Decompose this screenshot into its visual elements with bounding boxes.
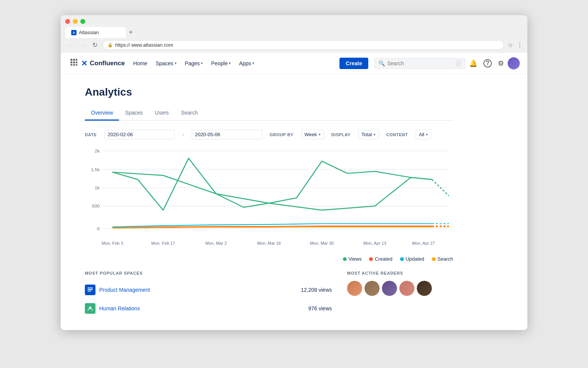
forward-button[interactable]: → xyxy=(78,41,87,49)
date-from-input[interactable] xyxy=(104,130,175,139)
analytics-tabs: Overview Spaces Users Search xyxy=(85,106,453,121)
readers-avatars xyxy=(347,281,453,296)
back-button[interactable]: ← xyxy=(65,41,74,49)
browser-window: A Atlassian + ← → ↻ 🔒 https:// www.atlas… xyxy=(61,15,527,330)
legend-updated: Updated xyxy=(400,256,424,262)
svg-rect-8 xyxy=(76,64,77,66)
browser-menu-button[interactable]: ⋮ xyxy=(517,41,523,49)
search-shortcut: / xyxy=(456,60,461,66)
nav-home-label: Home xyxy=(133,60,147,66)
tab-overview[interactable]: Overview xyxy=(85,106,119,121)
nav-people[interactable]: People ▾ xyxy=(207,58,235,69)
gear-icon: ⚙ xyxy=(498,60,504,67)
nav-items: Home Spaces ▾ Pages ▾ People ▾ Apps ▾ xyxy=(130,58,338,69)
bottom-row: MOST POPULAR SPACES Product Management 1… xyxy=(85,271,453,318)
space-row-hr: Human Relations 976 views xyxy=(85,299,332,318)
display-label: DISPLAY xyxy=(332,132,351,137)
created-dot xyxy=(369,257,373,261)
updated-label: Updated xyxy=(406,256,424,262)
bell-icon: 🔔 xyxy=(469,60,477,67)
space-name-pm[interactable]: Product Management xyxy=(99,287,297,293)
display-dropdown[interactable]: Total ▾ xyxy=(358,130,378,139)
refresh-button[interactable]: ↻ xyxy=(91,41,99,49)
svg-text:Mon, Mar 16: Mon, Mar 16 xyxy=(257,241,281,246)
filter-row: DATE - GROUP BY Week ▾ DISPLAY Total ▾ C… xyxy=(85,130,453,139)
browser-tab[interactable]: A Atlassian xyxy=(65,27,126,38)
svg-text:Mon, Apr 27: Mon, Apr 27 xyxy=(412,241,435,246)
page-title: Analytics xyxy=(85,86,453,98)
svg-text:Mon, Mar 30: Mon, Mar 30 xyxy=(310,241,334,246)
popular-spaces-title: MOST POPULAR SPACES xyxy=(85,271,332,275)
new-tab-button[interactable]: + xyxy=(126,27,136,38)
app-body: ✕ Confluence Home Spaces ▾ Pages ▾ Peopl… xyxy=(61,53,527,330)
maximize-button[interactable] xyxy=(80,19,85,24)
svg-rect-3 xyxy=(70,61,72,63)
grid-icon-button[interactable] xyxy=(68,57,80,70)
space-name-hr[interactable]: Human Relations xyxy=(99,305,305,311)
search-input[interactable] xyxy=(387,60,454,66)
svg-text:0: 0 xyxy=(97,226,100,231)
traffic-lights xyxy=(65,19,523,24)
nav-apps-label: Apps xyxy=(239,60,251,66)
svg-rect-4 xyxy=(73,61,75,63)
reader-avatar-5[interactable] xyxy=(417,281,432,296)
date-label: DATE xyxy=(85,132,97,137)
notifications-button[interactable]: 🔔 xyxy=(467,57,480,70)
tab-search[interactable]: Search xyxy=(175,106,204,121)
nav-pages[interactable]: Pages ▾ xyxy=(181,58,207,69)
confluence-name: Confluence xyxy=(90,60,125,67)
views-label: Views xyxy=(349,256,361,262)
help-button[interactable]: ? xyxy=(481,57,494,70)
people-chevron-icon: ▾ xyxy=(229,61,231,65)
reader-avatar-2[interactable] xyxy=(364,281,380,296)
close-button[interactable] xyxy=(65,19,70,24)
confluence-icon: ✕ xyxy=(81,59,88,68)
help-icon: ? xyxy=(483,59,492,68)
avatar-circle-3 xyxy=(382,281,397,296)
url-text: https:// www.atlassian.com xyxy=(115,42,173,48)
nav-spaces[interactable]: Spaces ▾ xyxy=(152,58,180,69)
confluence-logo[interactable]: ✕ Confluence xyxy=(81,59,125,68)
svg-rect-2 xyxy=(76,59,77,61)
group-by-dropdown[interactable]: Week ▾ xyxy=(301,130,324,139)
space-row: Product Management 12,208 views xyxy=(85,281,332,299)
space-icon-hr xyxy=(85,303,95,314)
create-button[interactable]: Create xyxy=(339,58,368,69)
content-dropdown[interactable]: All ▾ xyxy=(416,130,431,139)
svg-text:500: 500 xyxy=(92,204,100,209)
reader-avatar-1[interactable] xyxy=(347,281,362,296)
space-icon-pm xyxy=(85,285,95,295)
reader-avatar-4[interactable] xyxy=(399,281,414,296)
tab-bar: A Atlassian + xyxy=(65,27,523,38)
group-by-value: Week xyxy=(305,132,317,137)
tab-spaces[interactable]: Spaces xyxy=(119,106,149,121)
chart-legend: Views Created Updated Search xyxy=(85,256,453,262)
avatar-circle-2 xyxy=(364,281,380,296)
svg-text:2k: 2k xyxy=(95,148,100,154)
svg-text:1.5k: 1.5k xyxy=(91,167,100,172)
search-label: Search xyxy=(438,256,453,262)
nav-apps[interactable]: Apps ▾ xyxy=(235,58,258,69)
bookmark-button[interactable]: ☆ xyxy=(508,41,513,49)
nav-spaces-label: Spaces xyxy=(156,60,174,66)
top-navigation: ✕ Confluence Home Spaces ▾ Pages ▾ Peopl… xyxy=(61,53,527,74)
created-label: Created xyxy=(375,256,392,262)
address-input[interactable]: 🔒 https:// www.atlassian.com xyxy=(103,40,504,50)
tab-users[interactable]: Users xyxy=(149,106,175,121)
chart-svg: 2k 1.5k 1k 500 0 Mon, Feb 3 Mon, Feb 17 … xyxy=(85,147,453,253)
date-to-input[interactable] xyxy=(192,130,262,139)
analytics-chart: 2k 1.5k 1k 500 0 Mon, Feb 3 Mon, Feb 17 … xyxy=(85,147,453,253)
minimize-button[interactable] xyxy=(73,19,78,24)
svg-rect-6 xyxy=(70,64,72,66)
page-content: Analytics Overview Spaces Users Search D… xyxy=(61,74,477,330)
avatar-circle-4 xyxy=(399,281,414,296)
user-avatar-button[interactable] xyxy=(508,57,520,69)
browser-chrome: A Atlassian + xyxy=(61,15,527,38)
reader-avatar-3[interactable] xyxy=(382,281,397,296)
nav-home[interactable]: Home xyxy=(130,58,151,69)
svg-rect-27 xyxy=(88,289,93,290)
search-box[interactable]: 🔍 / xyxy=(374,58,465,69)
space-views-hr: 976 views xyxy=(308,305,332,311)
space-views-pm: 12,208 views xyxy=(301,287,332,293)
settings-button[interactable]: ⚙ xyxy=(496,57,506,70)
